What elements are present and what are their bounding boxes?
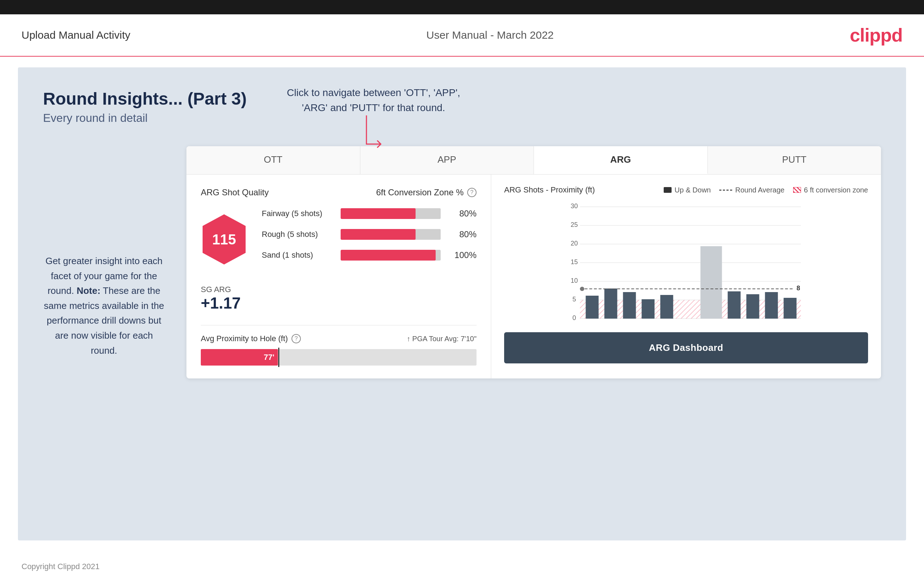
- fairway-percent: 80%: [448, 209, 477, 219]
- sg-value: +1.17: [201, 294, 477, 312]
- copyright: Copyright Clippd 2021: [21, 562, 100, 571]
- main-content: Round Insights... (Part 3) Every round i…: [18, 68, 906, 540]
- proximity-section: Avg Proximity to Hole (ft) ? ↑ PGA Tour …: [201, 325, 477, 366]
- proximity-bar-container: 77': [201, 349, 477, 366]
- svg-rect-19: [623, 292, 636, 319]
- hexagon-value: 115: [212, 232, 236, 248]
- shot-row-sand: Sand (1 shots) 100%: [262, 250, 477, 261]
- svg-rect-23: [728, 292, 741, 319]
- sand-percent: 100%: [448, 250, 477, 260]
- top-bar: [0, 0, 924, 15]
- upload-manual-activity-link[interactable]: Upload Manual Activity: [21, 29, 131, 41]
- proximity-help-icon[interactable]: ?: [291, 334, 301, 343]
- rough-bar: [341, 229, 441, 240]
- right-annotation-text: Click to navigate between 'OTT', 'APP','…: [287, 85, 460, 115]
- document-title: User Manual - March 2022: [426, 29, 554, 41]
- chart-title: ARG Shots - Proximity (ft): [504, 185, 595, 195]
- proximity-header: Avg Proximity to Hole (ft) ? ↑ PGA Tour …: [201, 334, 477, 343]
- left-annotation-text: Get greater insight into each facet of y…: [43, 254, 165, 358]
- legend-dashed-icon: [719, 190, 732, 191]
- svg-rect-17: [586, 296, 599, 319]
- legend-hatched-icon: [793, 187, 801, 193]
- svg-rect-21: [661, 295, 674, 319]
- panel-content: ARG Shot Quality 6ft Conversion Zone % ?: [186, 174, 881, 379]
- svg-text:15: 15: [570, 258, 578, 266]
- left-annotation: Get greater insight into each facet of y…: [43, 254, 165, 358]
- svg-rect-18: [604, 288, 617, 319]
- legend-6ft-zone: 6 ft conversion zone: [793, 186, 868, 194]
- arg-shot-quality-label: ARG Shot Quality: [201, 187, 268, 197]
- svg-text:20: 20: [570, 240, 578, 247]
- proximity-value: 77': [264, 353, 275, 362]
- tab-putt[interactable]: PUTT: [708, 146, 881, 174]
- header: Upload Manual Activity User Manual - Mar…: [0, 15, 924, 56]
- rough-bar-fill: [341, 229, 415, 240]
- svg-text:8: 8: [797, 285, 800, 292]
- svg-rect-22: [701, 246, 722, 319]
- shot-row-rough: Rough (5 shots) 80%: [262, 229, 477, 240]
- content-layout: Click to navigate between 'OTT', 'APP','…: [43, 146, 881, 379]
- sand-bar-fill: [341, 250, 436, 261]
- shot-quality-list: Fairway (5 shots) 80% Rough (5 shots): [262, 208, 477, 271]
- svg-text:5: 5: [572, 296, 576, 303]
- svg-text:25: 25: [570, 221, 578, 228]
- svg-text:0: 0: [572, 314, 576, 321]
- right-annotation: Click to navigate between 'OTT', 'APP','…: [287, 85, 460, 156]
- fairway-bar-fill: [341, 208, 415, 219]
- chart-svg: 0 5 10 15 20 25 30: [504, 202, 868, 324]
- page-subtitle: Every round in detail: [43, 111, 881, 125]
- svg-rect-25: [765, 292, 778, 319]
- sand-bar: [341, 250, 441, 261]
- svg-point-29: [580, 287, 585, 291]
- main-panel: OTT APP ARG PUTT ARG Shot Quality 6ft Co…: [186, 146, 881, 379]
- proximity-cursor: [278, 348, 279, 367]
- pga-label: ↑ PGA Tour Avg: 7'10": [407, 335, 477, 343]
- sand-label: Sand (1 shots): [262, 250, 333, 260]
- proximity-label: Avg Proximity to Hole (ft) ?: [201, 334, 301, 343]
- arg-dashboard-button[interactable]: ARG Dashboard: [504, 332, 868, 363]
- svg-rect-20: [642, 299, 655, 319]
- stats-panel: ARG Shot Quality 6ft Conversion Zone % ?: [186, 174, 491, 379]
- fairway-label: Fairway (5 shots): [262, 209, 333, 218]
- help-icon[interactable]: ?: [467, 188, 477, 197]
- svg-text:30: 30: [570, 203, 578, 210]
- chart-panel: ARG Shots - Proximity (ft) Up & Down Rou…: [491, 174, 881, 379]
- legend-box-icon: [664, 187, 672, 193]
- svg-text:10: 10: [570, 277, 578, 284]
- sg-label: SG ARG: [201, 285, 477, 294]
- svg-rect-26: [784, 298, 797, 319]
- conversion-zone-label: 6ft Conversion Zone % ?: [376, 187, 477, 197]
- fairway-bar: [341, 208, 441, 219]
- sg-section: SG ARG +1.17: [201, 285, 477, 312]
- tab-arg[interactable]: ARG: [534, 146, 708, 174]
- clippd-logo: clippd: [850, 24, 903, 46]
- page-title: Round Insights... (Part 3): [43, 89, 881, 109]
- legend-round-average: Round Average: [719, 186, 785, 194]
- rough-percent: 80%: [448, 229, 477, 239]
- hexagon-container: 115 Fairway (5 shots) 80%: [201, 208, 477, 271]
- chart-header: ARG Shots - Proximity (ft) Up & Down Rou…: [504, 185, 868, 195]
- svg-rect-24: [746, 294, 759, 319]
- proximity-bar-fill: 77': [201, 349, 278, 366]
- chart-legend: Up & Down Round Average 6 ft conversion …: [664, 186, 868, 194]
- stats-header: ARG Shot Quality 6ft Conversion Zone % ?: [201, 187, 477, 197]
- annotation-arrow: [359, 115, 388, 155]
- legend-up-down: Up & Down: [664, 186, 711, 194]
- shot-row-fairway: Fairway (5 shots) 80%: [262, 208, 477, 219]
- rough-label: Rough (5 shots): [262, 230, 333, 239]
- hexagon-score: 115: [201, 213, 247, 266]
- footer: Copyright Clippd 2021: [0, 551, 924, 577]
- chart-area: 0 5 10 15 20 25 30: [504, 202, 868, 324]
